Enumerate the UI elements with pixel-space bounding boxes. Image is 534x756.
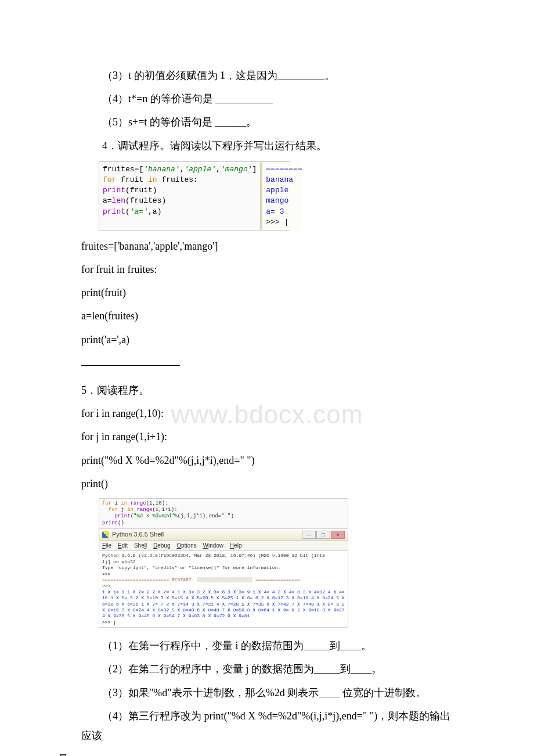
maximize-button: □: [316, 531, 330, 539]
code-screenshot-2: for i in range(1,10): for j in range(1,i…: [99, 498, 348, 628]
fill-blank-line: [81, 355, 180, 366]
editor-pane: for i in range(1,10): for j in range(1,i…: [99, 498, 348, 529]
shell-line: ======================== RESTART: XXXXXX…: [102, 577, 345, 583]
menu-debug: Debug: [153, 542, 170, 549]
problem-5-title: 5．阅读程序。: [81, 380, 453, 400]
shell-line: >>>: [102, 583, 345, 589]
code-text-line: for fruit in fruites:: [81, 260, 453, 279]
code-text: print: [103, 207, 125, 216]
code-text-line: for i in range(1,10):: [81, 404, 453, 423]
code-text: ,: [216, 165, 221, 174]
shell-line: Python 3.6.5 (v3.6.5:f59c0932b4, Mar 28 …: [102, 553, 345, 559]
code-text: len: [112, 196, 125, 205]
question-5: （5）s+=t 的等价语句是 ______。: [81, 112, 453, 132]
code-text-line: a=len(fruites): [81, 306, 453, 326]
code-text: fruites:: [157, 175, 198, 184]
window-titlebar: Python 3.6.5 Shell — □ ×: [99, 529, 348, 541]
code-text: for: [103, 175, 116, 184]
close-button: ×: [331, 531, 345, 539]
output-line: apple: [266, 185, 298, 196]
python-icon: [102, 531, 109, 538]
question-4: （4）t*=n 的等价语句是 ___________: [81, 89, 453, 109]
menu-edit: Edit: [118, 542, 128, 549]
question-5-1: （1）在第一行程序中，变量 i 的数据范围为_____到____。: [81, 636, 453, 656]
shell-output: Python 3.6.5 (v3.6.5:f59c0932b4, Mar 28 …: [99, 551, 348, 628]
code-text: fruit: [116, 175, 148, 184]
menu-help: Help: [230, 542, 242, 549]
menu-options: Options: [176, 542, 196, 549]
code-text: (fruites): [125, 196, 166, 205]
minimize-button: —: [302, 531, 316, 539]
page-content: （3）t 的初值必须赋值为 1，这是因为_________。 （4）t*=n 的…: [81, 66, 453, 756]
code-text: 'apple': [184, 165, 216, 174]
code-left-pane: fruites=['banana','apple','mango'] for f…: [99, 162, 261, 230]
question-5-3: （3）如果"%d"表示十进制数，那么%2d 则表示____ 位宽的十进制数。: [81, 683, 453, 703]
shell-output-text: 1 X 1= 1 1 X 2= 2 2 X 2= 4 1 X 3= 3 2 X …: [102, 589, 345, 620]
shell-line: Type "copyright", "credits" or "license(…: [102, 565, 345, 571]
menu-bar: File Edit Shell Debug Options Window Hel…: [99, 541, 348, 552]
code-text: 'a=': [130, 207, 148, 216]
output-line: >>> |: [266, 217, 298, 228]
shell-line: l)] on win32: [102, 559, 345, 565]
code-text: fruites=[: [103, 165, 143, 174]
code-text-line: print("%d X %d=%2d"%(j,i,j*i),end=" "): [81, 451, 453, 470]
question-5-4b: 是_____。: [58, 749, 453, 756]
shell-line: >>> |: [102, 620, 345, 625]
window-title: Python 3.6.5 Shell: [112, 531, 164, 539]
code-right-pane: ======== banana apple mango a= 3 >>> |: [261, 162, 301, 230]
output-line: banana: [266, 175, 298, 185]
menu-window: Window: [203, 542, 223, 549]
code-text: in: [148, 175, 157, 184]
problem-4-title: 4．调试程序。请阅读以下程序并写出运行结果。: [81, 136, 453, 156]
code-text: a=: [103, 196, 112, 205]
code-text: ]: [252, 165, 257, 174]
code-text: 'mango': [221, 165, 252, 174]
code-text: (fruit): [125, 186, 157, 195]
code-text-line: print(): [81, 474, 453, 494]
code-text-line: for j in range(1,i+1):: [81, 427, 453, 447]
shell-line: >>>: [102, 571, 345, 577]
code-text-line: print(fruit): [81, 283, 453, 303]
menu-shell: Shell: [134, 542, 147, 549]
code-text: print: [103, 186, 125, 195]
code-text: 'banana': [143, 165, 179, 174]
code-text: for: [102, 501, 111, 506]
output-line: a= 3: [266, 207, 298, 217]
code-screenshot-1: fruites=['banana','apple','mango'] for f…: [99, 161, 290, 231]
output-line: ========: [266, 164, 298, 175]
output-line: mango: [266, 196, 298, 206]
question-5-2: （2）在第二行的程序中，变量 j 的数据范围为_____到____。: [81, 659, 453, 679]
question-3: （3）t 的初值必须赋值为 1，这是因为_________。: [81, 66, 453, 85]
menu-file: File: [102, 542, 111, 549]
code-text: ,a): [148, 207, 161, 216]
code-text-line: fruites=['banana','apple','mango']: [81, 236, 453, 256]
code-text: (: [125, 207, 130, 216]
question-5-4a: （4）第三行程序改为 print("%d X %d=%2d"%(i,j,i*j)…: [81, 706, 453, 746]
code-text-line: print('a=',a): [81, 330, 453, 350]
